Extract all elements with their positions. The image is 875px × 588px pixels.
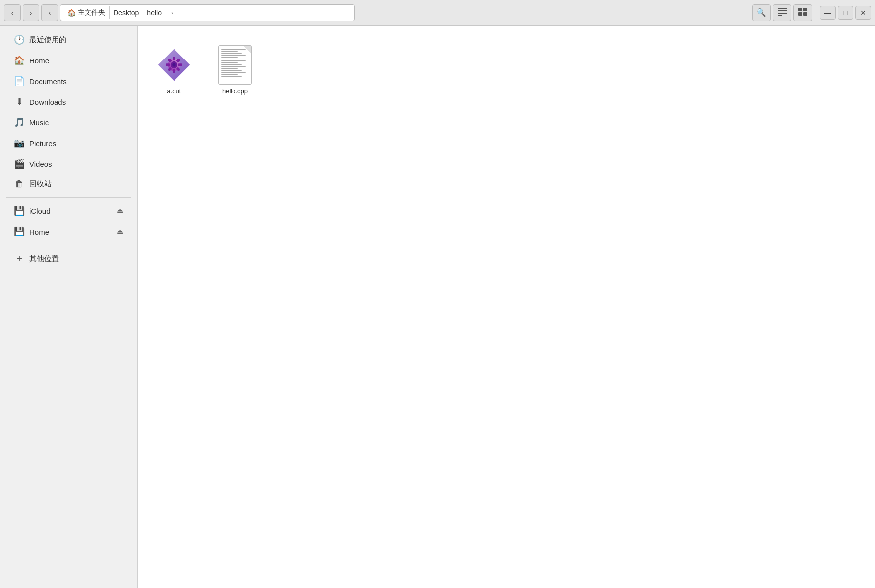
sidebar-item-recent-label: 最近使用的 (29, 35, 66, 45)
sidebar-item-home[interactable]: 🏠 Home (4, 50, 133, 71)
svg-rect-15 (173, 69, 175, 73)
close-button[interactable]: ✕ (855, 6, 871, 20)
downloads-icon: ⬇ (14, 96, 25, 107)
back-button[interactable]: ‹ (4, 4, 21, 21)
breadcrumb-expand-button[interactable]: › (166, 4, 178, 21)
svg-rect-13 (178, 63, 182, 66)
breadcrumb-desktop-label: Desktop (114, 9, 139, 17)
sidebar-item-trash-label: 回收站 (29, 179, 52, 189)
breadcrumb-home-label: 主文件夹 (78, 8, 105, 17)
prev-location-button[interactable]: ‹ (41, 4, 58, 21)
maximize-button[interactable]: □ (838, 6, 853, 20)
svg-rect-5 (803, 8, 807, 11)
svg-rect-4 (798, 8, 802, 11)
text-line-5 (221, 57, 238, 58)
list-view-icon (778, 8, 787, 18)
sidebar-item-other-label: 其他位置 (29, 254, 59, 264)
text-line-11 (221, 68, 238, 69)
breadcrumb: 🏠 主文件夹 Desktop hello › (60, 4, 355, 21)
sidebar-item-icloud[interactable]: 💾 iCloud ⏏ (4, 201, 133, 221)
pictures-icon: 📷 (14, 138, 25, 148)
home-icon: 🏠 (67, 9, 76, 17)
sidebar-item-downloads-label: Downloads (29, 98, 66, 106)
sidebar-item-trash[interactable]: 🗑 回收站 (4, 174, 133, 194)
svg-rect-0 (778, 8, 787, 9)
trash-icon: 🗑 (14, 179, 25, 189)
svg-point-19 (172, 63, 175, 66)
grid-view-icon (798, 8, 807, 18)
text-line-8 (221, 62, 238, 63)
breadcrumb-hello[interactable]: hello (143, 7, 166, 19)
breadcrumb-home[interactable]: 🏠 主文件夹 (63, 6, 110, 19)
aout-icon (154, 45, 194, 85)
svg-rect-1 (778, 10, 787, 11)
svg-rect-3 (778, 15, 782, 16)
sidebar-item-home-label: Home (29, 57, 49, 65)
sidebar-item-music-label: Music (29, 118, 49, 127)
file-grid: a.out (149, 41, 863, 99)
text-line-9 (221, 64, 242, 65)
sidebar-item-pictures-label: Pictures (29, 139, 56, 147)
breadcrumb-hello-label: hello (147, 9, 162, 17)
file-item-aout[interactable]: a.out (149, 41, 199, 99)
sidebar: 🕐 最近使用的 🏠 Home 📄 Documents ⬇ Downloads 🎵… (0, 26, 138, 588)
text-line-7 (221, 60, 246, 61)
list-view-button[interactable] (773, 4, 791, 21)
text-line-2 (221, 51, 238, 52)
sidebar-item-other[interactable]: + 其他位置 (4, 248, 133, 269)
text-line-1 (221, 49, 246, 50)
cpp-file-icon (218, 45, 252, 85)
sidebar-item-documents-label: Documents (29, 77, 67, 86)
window-controls: — □ ✕ (820, 6, 871, 20)
sidebar-item-music[interactable]: 🎵 Music (4, 112, 133, 133)
sidebar-item-home-drive[interactable]: 💾 Home ⏏ (4, 221, 133, 242)
sidebar-item-documents[interactable]: 📄 Documents (4, 71, 133, 91)
documents-icon: 📄 (14, 76, 25, 87)
sidebar-item-videos[interactable]: 🎬 Videos (4, 153, 133, 174)
text-line-10 (221, 66, 246, 67)
icloud-icon: 💾 (14, 206, 25, 216)
videos-icon: 🎬 (14, 158, 25, 169)
text-line-15 (221, 76, 242, 77)
home-drive-icon: 💾 (14, 226, 25, 237)
text-line-14 (221, 74, 238, 75)
home-sidebar-icon: 🏠 (14, 55, 25, 66)
svg-rect-6 (798, 12, 802, 16)
aout-filename: a.out (167, 88, 181, 95)
grid-view-button[interactable] (793, 4, 812, 21)
svg-rect-2 (778, 13, 787, 14)
sidebar-item-recent[interactable]: 🕐 最近使用的 (4, 29, 133, 50)
svg-rect-17 (166, 63, 170, 66)
file-area: a.out (138, 26, 875, 588)
music-icon: 🎵 (14, 117, 25, 128)
recent-icon: 🕐 (14, 34, 25, 45)
sidebar-item-home-drive-label: Home (29, 228, 49, 236)
svg-rect-7 (803, 12, 807, 16)
toolbar-right: 🔍 (752, 4, 812, 21)
hellocpp-filename: hello.cpp (222, 88, 248, 95)
search-button[interactable]: 🔍 (752, 4, 771, 21)
file-item-hellocpp[interactable]: hello.cpp (210, 41, 260, 99)
minimize-button[interactable]: — (820, 6, 836, 20)
sidebar-divider-1 (6, 197, 131, 198)
hellocpp-icon (215, 45, 255, 85)
main-layout: 🕐 最近使用的 🏠 Home 📄 Documents ⬇ Downloads 🎵… (0, 26, 875, 588)
sidebar-item-videos-label: Videos (29, 160, 52, 168)
icloud-eject-button[interactable]: ⏏ (117, 207, 123, 215)
forward-button[interactable]: › (23, 4, 39, 21)
other-locations-icon: + (14, 253, 25, 265)
sidebar-item-downloads[interactable]: ⬇ Downloads (4, 91, 133, 112)
svg-rect-11 (173, 57, 175, 60)
sidebar-item-pictures[interactable]: 📷 Pictures (4, 133, 133, 153)
text-line-4 (221, 55, 246, 56)
breadcrumb-desktop[interactable]: Desktop (110, 7, 143, 19)
home-drive-eject-button[interactable]: ⏏ (117, 228, 123, 235)
sidebar-item-icloud-label: iCloud (29, 207, 51, 215)
sidebar-divider-2 (6, 245, 131, 245)
toolbar: ‹ › ‹ 🏠 主文件夹 Desktop hello › 🔍 (0, 0, 875, 26)
text-line-12 (221, 70, 242, 71)
search-icon: 🔍 (757, 8, 766, 17)
text-line-6 (221, 59, 242, 59)
text-line-3 (221, 53, 242, 54)
text-line-13 (221, 72, 246, 73)
